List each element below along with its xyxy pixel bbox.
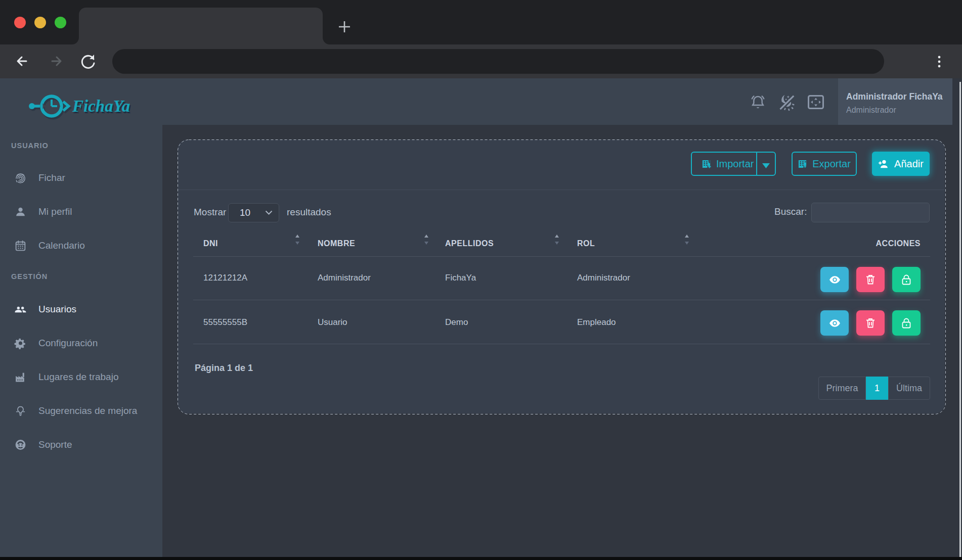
svg-text:FichaYa: FichaYa [72, 97, 130, 115]
